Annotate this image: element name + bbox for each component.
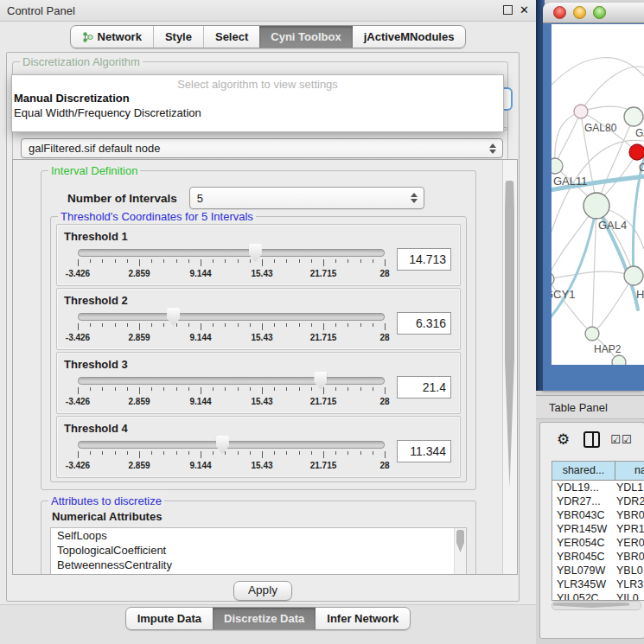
checked-boxes-icon[interactable]: ☑☑	[610, 433, 632, 446]
tick-mark	[335, 259, 336, 263]
slider-track[interactable]	[78, 249, 385, 257]
network-icon	[82, 31, 93, 43]
cell-name: YDL1	[615, 481, 643, 494]
table-row[interactable]: YIL052CYIL0	[552, 591, 644, 600]
tab-impute-data[interactable]: Impute Data	[126, 608, 213, 629]
table-row[interactable]: YER054CYER0	[552, 536, 644, 550]
network-node-gal4[interactable]	[583, 193, 609, 219]
tick-label: 9.144	[189, 461, 211, 470]
table-row[interactable]: YDL19...YDL1	[552, 481, 644, 494]
column-header-shared[interactable]: shared...	[552, 462, 615, 480]
network-canvas[interactable]: GAL80GACGAL11GAL4GCY1HHAP2	[552, 24, 644, 365]
network-node[interactable]	[612, 355, 626, 365]
tab-infer-network[interactable]: Infer Network	[316, 608, 410, 629]
stepper-arrows-icon	[411, 193, 418, 203]
tick-mark	[385, 451, 386, 458]
numerical-attributes-list[interactable]: SelfLoopsTopologicalCoefficientBetweenne…	[50, 527, 467, 575]
algorithm-popup-list: Manual DiscretizationEqual Width/Frequen…	[12, 91, 503, 120]
threshold-value-box[interactable]: 11.344	[397, 440, 451, 462]
network-node-hap2[interactable]	[585, 327, 599, 341]
tab-network[interactable]: Network	[71, 26, 153, 48]
threshold-list: Threshold 1 -3.4262.8599.14415.4321.7152…	[56, 224, 461, 480]
control-panel-window: Control Panel ✕ NetworkStyleSelectCyni T…	[0, 0, 536, 644]
tick-mark	[274, 451, 275, 455]
node-label: H	[636, 288, 644, 301]
popup-item[interactable]: Equal Width/Frequency Discretization	[12, 105, 503, 120]
minimize-button[interactable]	[573, 6, 586, 19]
tick-mark	[360, 323, 361, 327]
network-node-gcy1[interactable]	[552, 272, 554, 286]
attribute-item[interactable]: SelfLoops	[51, 528, 466, 543]
tick-label: -3.426	[66, 397, 90, 406]
apply-button[interactable]: Apply	[233, 581, 292, 601]
columns-icon[interactable]	[583, 431, 600, 448]
threshold-slider[interactable]: -3.4262.8599.14415.4321.71528	[78, 244, 385, 280]
table-data-group: Table Data galFiltered.sif default node	[12, 127, 508, 163]
number-of-intervals-value: 5	[197, 192, 203, 205]
threshold-value-box[interactable]: 6.316	[397, 312, 451, 335]
attribute-item[interactable]: BetweennessCentrality	[51, 558, 466, 572]
bottom-tabs: Impute DataDiscretize DataInfer Network	[125, 607, 411, 630]
slider-track[interactable]	[78, 377, 385, 385]
slider-tick-labels: -3.4262.8599.14415.4321.71528	[78, 333, 385, 343]
tick-mark	[115, 387, 116, 391]
tick-mark	[323, 387, 324, 394]
network-node-gal80[interactable]	[574, 105, 588, 118]
float-window-icon[interactable]	[503, 5, 513, 15]
slider-track[interactable]	[78, 441, 385, 449]
table-row[interactable]: YBR045CYBR0	[552, 550, 644, 564]
network-node-ga[interactable]	[624, 107, 643, 126]
threshold-value-box[interactable]: 21.4	[397, 376, 451, 399]
tab-label: Discretize Data	[224, 612, 304, 625]
tick-label: 28	[379, 269, 389, 278]
tick-mark	[139, 323, 140, 330]
tick-mark	[176, 259, 177, 263]
threshold-panel: Threshold 4 -3.4262.8599.14415.4321.7152…	[56, 416, 461, 478]
tab-cyni-toolbox[interactable]: Cyni Toolbox	[259, 26, 352, 48]
attributes-scrollbar[interactable]	[454, 528, 466, 575]
gear-icon[interactable]: ⚙	[557, 430, 570, 449]
slider-track[interactable]	[78, 313, 385, 321]
tick-mark	[311, 323, 312, 327]
table-row[interactable]: YPR145WYPR1	[552, 522, 644, 536]
tick-mark	[151, 259, 152, 263]
table-row[interactable]: YBL079WYBL0	[552, 564, 644, 577]
zoom-button[interactable]	[593, 6, 606, 19]
cell-shared-name: YER054C	[552, 536, 615, 550]
tick-mark	[139, 451, 140, 458]
network-node-h[interactable]	[624, 266, 643, 285]
column-header-name[interactable]: na	[615, 462, 644, 480]
network-graph: GAL80GACGAL11GAL4GCY1HHAP2	[552, 24, 644, 365]
number-of-intervals-combobox[interactable]: 5	[189, 187, 424, 209]
tab-select[interactable]: Select	[203, 26, 259, 48]
network-node-c[interactable]	[629, 144, 644, 160]
tick-mark	[238, 259, 239, 263]
tick-mark	[311, 387, 312, 391]
tick-mark	[299, 259, 300, 263]
table-row[interactable]: YBR043CYBR0	[552, 508, 644, 522]
attribute-item[interactable]: TopologicalCoefficient	[51, 543, 466, 558]
table-row[interactable]: YDR27...YDR2	[552, 494, 644, 508]
threshold-value-box[interactable]: 14.713	[397, 248, 451, 271]
threshold-slider[interactable]: -3.4262.8599.14415.4321.71528	[78, 308, 385, 344]
tab-label: Cyni Toolbox	[271, 30, 341, 43]
tick-mark	[250, 259, 251, 263]
table-hscrollbar[interactable]	[552, 601, 641, 610]
tick-label: -3.426	[66, 461, 90, 470]
tab-discretize-data[interactable]: Discretize Data	[213, 608, 316, 629]
close-icon[interactable]: ✕	[520, 4, 529, 16]
network-node-gal11[interactable]	[552, 158, 563, 174]
table-data-combobox[interactable]: galFiltered.sif default node	[21, 138, 503, 158]
tick-mark	[323, 323, 324, 330]
tab-label: jActiveMNodules	[364, 30, 455, 43]
tab-jactivemnodules[interactable]: jActiveMNodules	[353, 26, 466, 48]
close-button[interactable]	[553, 6, 566, 19]
tick-mark	[127, 451, 128, 455]
table-row[interactable]: YLR345WYLR3	[552, 577, 644, 591]
threshold-slider[interactable]: -3.4262.8599.14415.4321.71528	[78, 372, 385, 408]
popup-item[interactable]: Manual Discretization	[12, 91, 503, 105]
settings-scrollbar[interactable]	[502, 160, 517, 574]
tick-mark	[90, 451, 91, 455]
threshold-slider[interactable]: -3.4262.8599.14415.4321.71528	[78, 436, 385, 472]
tab-style[interactable]: Style	[153, 26, 203, 48]
